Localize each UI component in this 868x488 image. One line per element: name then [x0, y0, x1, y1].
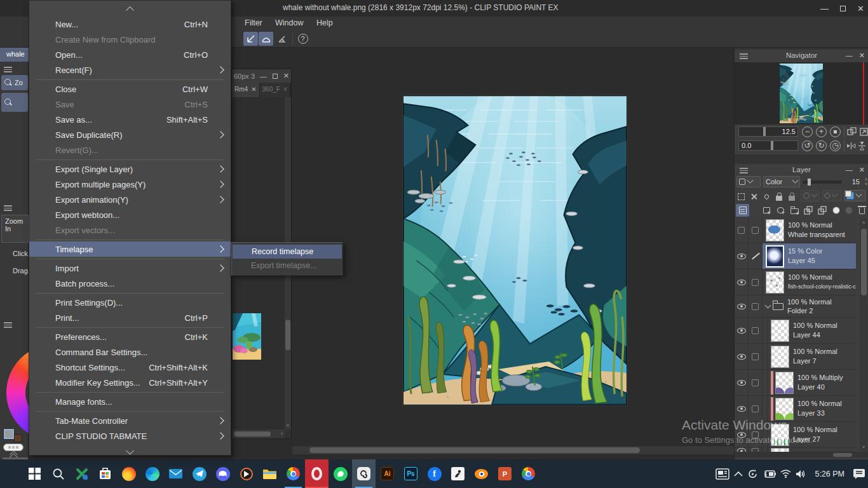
taskbar-edge-icon[interactable] [140, 459, 164, 488]
taskbar-telegram-icon[interactable] [187, 459, 211, 488]
maximize-window-button[interactable] [840, 6, 846, 11]
layer-row[interactable]: 100 % Normal Layer 44 [735, 318, 856, 344]
zoom-in-button[interactable]: + [816, 126, 827, 137]
taskbar-chrome-icon[interactable] [517, 459, 540, 488]
lock-layer-icon[interactable] [774, 192, 784, 201]
menu-item[interactable]: Close Ctrl+W [29, 81, 231, 97]
volume-icon[interactable] [796, 470, 806, 478]
apply-mask-icon[interactable] [844, 205, 854, 215]
enable-mask-dropdown[interactable] [801, 190, 820, 201]
tray-expand-icon[interactable] [734, 471, 743, 477]
menu-window[interactable]: Window [271, 18, 307, 28]
snap-to-ruler-button[interactable] [243, 32, 258, 46]
zoom-out-button[interactable]: − [802, 126, 813, 137]
collapse-panel-icon[interactable] [9, 452, 18, 457]
menu-item[interactable]: New... Ctrl+N [29, 17, 231, 32]
layer-visibility-toggle[interactable] [735, 243, 749, 269]
layer-type-dropdown[interactable] [736, 176, 761, 187]
menu-item[interactable]: Export webtoon... [29, 207, 231, 222]
fit-to-window-icon[interactable] [859, 127, 868, 137]
menu-item[interactable]: Export vectors... [29, 222, 231, 238]
taskbar-sharex-icon[interactable] [70, 459, 93, 488]
minimize-icon[interactable]: — [846, 51, 853, 60]
minimize-window-button[interactable]: — [820, 4, 829, 13]
layer-edit-state[interactable] [749, 243, 763, 269]
taskbar-search-button[interactable] [46, 459, 70, 488]
ruler-dropdown[interactable] [822, 190, 841, 201]
taskbar-facebook-icon[interactable]: f [423, 459, 446, 488]
new-layer-settings-icon[interactable]: + [775, 205, 785, 215]
menu-item[interactable]: Command Bar Settings... [29, 344, 231, 360]
opacity-slider[interactable] [803, 180, 842, 184]
layer-row[interactable]: 100 % Multiply Layer 40 [735, 370, 856, 396]
sub-color-swatch[interactable] [14, 434, 22, 442]
layer-visibility-toggle[interactable] [735, 217, 749, 243]
menu-item[interactable]: Timelapse [29, 241, 231, 257]
taskbar-photoshop-icon[interactable]: Ps [399, 459, 423, 488]
scroll-down-icon[interactable]: ˅ [285, 422, 291, 430]
tool-panel-menu-icon[interactable] [4, 67, 12, 72]
layer-edit-state[interactable] [749, 295, 763, 317]
taskbar-mail-icon[interactable] [164, 459, 187, 488]
document-tab[interactable]: 360_F ˅ [260, 83, 290, 97]
menu-item[interactable]: Save as... Shift+Alt+S [29, 112, 231, 127]
layer-row[interactable]: 100 % Normal fish-school-colony-realisti… [735, 269, 856, 295]
submenu-item[interactable]: Export timelapse... [232, 259, 342, 273]
layer-visibility-toggle[interactable] [735, 422, 749, 447]
taskbar-blender-icon[interactable] [470, 459, 493, 488]
taskbar-zbrush-icon[interactable] [446, 459, 470, 488]
layer-edit-state[interactable] [749, 396, 763, 421]
chevron-down-icon[interactable]: ˅ [283, 86, 287, 97]
lock-transparent-pixels-icon[interactable] [787, 192, 797, 201]
taskbar-clip-studio-icon[interactable] [352, 459, 376, 488]
taskbar-chrome-profile-icon[interactable] [281, 459, 305, 488]
flip-vertical-icon[interactable] [857, 141, 867, 151]
wifi-icon[interactable] [780, 470, 791, 478]
layer-visibility-toggle[interactable] [735, 318, 749, 343]
taskbar-whatsapp-icon[interactable] [329, 459, 352, 488]
layer-row[interactable]: 100 % Normal Whale transparent [735, 217, 856, 243]
layer-thumbnail[interactable] [771, 320, 789, 342]
rotate-slider[interactable]: 0.0 [738, 140, 798, 151]
scroll-up-icon[interactable]: ˄ [860, 219, 867, 227]
layer-visibility-toggle[interactable] [735, 269, 749, 295]
transfer-to-lower-layer-icon[interactable] [803, 205, 813, 215]
horizontal-scrollbar[interactable]: › [232, 430, 285, 438]
clip-to-layer-below-icon[interactable] [736, 192, 746, 201]
layer-visibility-toggle[interactable] [735, 396, 749, 421]
layer-thumbnail[interactable] [766, 271, 784, 294]
opacity-stepper[interactable]: ˄˅ [865, 177, 867, 186]
maximize-icon[interactable] [273, 74, 278, 79]
reference-image[interactable] [233, 313, 261, 360]
layer-edit-state[interactable] [749, 217, 763, 243]
canvas-horizontal-scrollbar[interactable] [292, 446, 734, 454]
merge-with-lower-layer-icon[interactable] [817, 205, 827, 215]
layer-thumbnail[interactable] [775, 372, 794, 394]
menu-item[interactable]: Manage fonts... [29, 394, 231, 409]
rotate-left-button[interactable]: ↺ [802, 140, 813, 151]
layer-row[interactable]: 15 % Color Layer 45 [735, 243, 856, 269]
layer-edit-state[interactable] [749, 370, 763, 395]
taskbar-firefox-icon[interactable] [117, 459, 140, 488]
taskbar-discord-icon[interactable] [211, 459, 234, 488]
folder-collapse-icon[interactable] [765, 302, 771, 308]
layer-palette-toggle[interactable] [736, 204, 749, 217]
reset-rotation-button[interactable]: ◷ [830, 140, 841, 151]
layer-thumbnail[interactable] [766, 245, 784, 268]
slider-knob[interactable] [763, 127, 766, 136]
scrollbar-thumb[interactable] [861, 229, 867, 295]
subtool-zoom[interactable] [1, 93, 28, 112]
menu-item[interactable]: Print... Ctrl+P [29, 310, 231, 325]
taskbar-file-explorer-icon[interactable] [258, 459, 281, 488]
layer-thumbnail[interactable] [775, 398, 794, 420]
menu-item[interactable]: Preferences... Ctrl+K [29, 329, 231, 344]
close-icon[interactable]: ✕ [859, 166, 865, 174]
menu-item[interactable]: Import [29, 261, 231, 276]
scrollbar-thumb[interactable] [309, 447, 640, 453]
tool-zoom[interactable]: Zo [1, 75, 28, 90]
navigator-thumbnail[interactable] [780, 64, 823, 123]
layer-edit-state[interactable] [749, 318, 763, 343]
document-tab[interactable]: whale [0, 48, 29, 62]
menu-help[interactable]: Help [313, 18, 337, 28]
layer-row[interactable]: 100 % Normal Layer 33 [735, 396, 856, 422]
